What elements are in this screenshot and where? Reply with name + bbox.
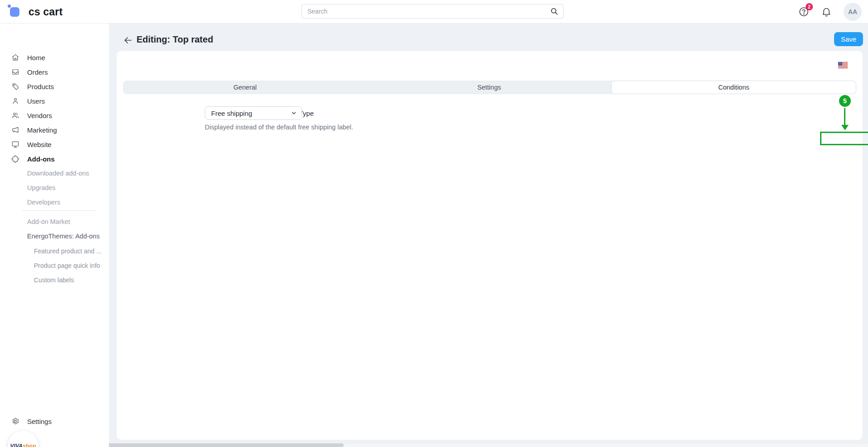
cscart-logo-icon bbox=[8, 5, 23, 19]
vivashop-logo: VIVAshop bbox=[10, 443, 36, 447]
sidebar-divider bbox=[22, 210, 96, 211]
us-flag-icon[interactable] bbox=[838, 62, 848, 68]
search-icon[interactable] bbox=[550, 7, 559, 16]
sidebar-label: Home bbox=[27, 54, 45, 62]
sidebar-item-settings[interactable]: Settings bbox=[0, 414, 109, 428]
vivashop-floating-badge[interactable]: VIVAshop bbox=[8, 431, 38, 447]
sidebar-item-products[interactable]: Products bbox=[0, 80, 109, 93]
save-button[interactable]: Save bbox=[834, 32, 863, 46]
help-badge: 2 bbox=[806, 3, 813, 10]
marketing-icon bbox=[11, 126, 19, 134]
user-avatar[interactable]: AA bbox=[844, 3, 862, 21]
tab-general[interactable]: General bbox=[123, 81, 367, 94]
sidebar-label: Products bbox=[27, 83, 54, 90]
website-icon bbox=[11, 140, 19, 148]
content-card: General Settings Conditions Type Free sh… bbox=[117, 51, 863, 440]
sidebar-item-home[interactable]: Home bbox=[0, 51, 109, 64]
sidebar-item-featured-product[interactable]: Featured product and ... bbox=[34, 247, 101, 255]
sidebar-label: Vendors bbox=[27, 112, 52, 119]
sidebar-item-energothemes[interactable]: EnergoThemes: Add-ons bbox=[27, 233, 99, 240]
vendors-icon bbox=[11, 111, 19, 119]
horizontal-scrollbar-track[interactable] bbox=[0, 443, 868, 447]
sidebar-item-downloaded-addons[interactable]: Downloaded add-ons bbox=[27, 170, 89, 177]
sidebar-label: Website bbox=[27, 141, 52, 148]
sidebar-label: Users bbox=[27, 97, 45, 105]
sidebar-label: Add-ons bbox=[27, 155, 55, 163]
annotation-arrow-head bbox=[841, 125, 849, 130]
sidebar-label: Marketing bbox=[27, 126, 57, 134]
sidebar-item-product-quick-info[interactable]: Product page quick info bbox=[34, 262, 100, 269]
type-hint-text: Displayed instead of the default free sh… bbox=[205, 124, 353, 131]
users-icon bbox=[11, 97, 19, 105]
type-select-value: Free shipping bbox=[205, 109, 291, 117]
sidebar-item-upgrades[interactable]: Upgrades bbox=[27, 184, 56, 191]
sidebar-item-orders[interactable]: Orders bbox=[0, 65, 109, 79]
sidebar-item-addons[interactable]: Add-ons bbox=[0, 152, 109, 166]
notifications-button[interactable] bbox=[821, 6, 832, 17]
topbar-actions: 2 AA bbox=[798, 0, 862, 24]
orders-icon bbox=[11, 68, 19, 76]
sidebar-label: Settings bbox=[27, 418, 52, 425]
sidebar-item-vendors[interactable]: Vendors bbox=[0, 109, 109, 122]
topbar: cs cart 2 AA bbox=[0, 0, 868, 24]
puzzle-icon bbox=[11, 155, 19, 163]
sidebar-item-custom-labels[interactable]: Custom labels bbox=[34, 276, 74, 284]
sidebar-item-developers[interactable]: Developers bbox=[27, 199, 60, 206]
tab-conditions[interactable]: Conditions bbox=[611, 81, 856, 94]
annotation-highlight-box bbox=[820, 132, 868, 145]
annotation-arrow-line bbox=[844, 108, 845, 125]
arrow-left-icon bbox=[123, 35, 133, 45]
admin-page: cs cart 2 AA bbox=[0, 0, 868, 447]
search-input[interactable] bbox=[302, 8, 550, 15]
chevron-down-icon bbox=[291, 110, 297, 116]
sidebar-item-marketing[interactable]: Marketing bbox=[0, 123, 109, 137]
global-search bbox=[302, 4, 564, 19]
tabbar: General Settings Conditions bbox=[123, 81, 856, 94]
page-title: Editing: Top rated bbox=[137, 34, 213, 45]
sidebar-item-users[interactable]: Users bbox=[0, 94, 109, 108]
type-select[interactable]: Free shipping bbox=[205, 106, 302, 120]
bell-icon bbox=[821, 6, 832, 17]
home-icon bbox=[11, 53, 19, 62]
sidebar: Home Orders Products Users bbox=[0, 24, 109, 447]
sidebar-item-website[interactable]: Website bbox=[0, 138, 109, 151]
logo-text: cs cart bbox=[28, 6, 63, 18]
sidebar-label: Orders bbox=[27, 68, 48, 76]
sidebar-item-addon-market[interactable]: Add-on Market bbox=[27, 218, 70, 225]
back-button[interactable] bbox=[123, 35, 133, 45]
products-icon bbox=[11, 82, 19, 90]
cscart-logo[interactable]: cs cart bbox=[8, 5, 63, 19]
annotation-step-badge: 5 bbox=[839, 95, 851, 107]
tab-settings[interactable]: Settings bbox=[367, 81, 611, 94]
gear-icon bbox=[11, 417, 19, 425]
help-button[interactable]: 2 bbox=[798, 6, 809, 17]
